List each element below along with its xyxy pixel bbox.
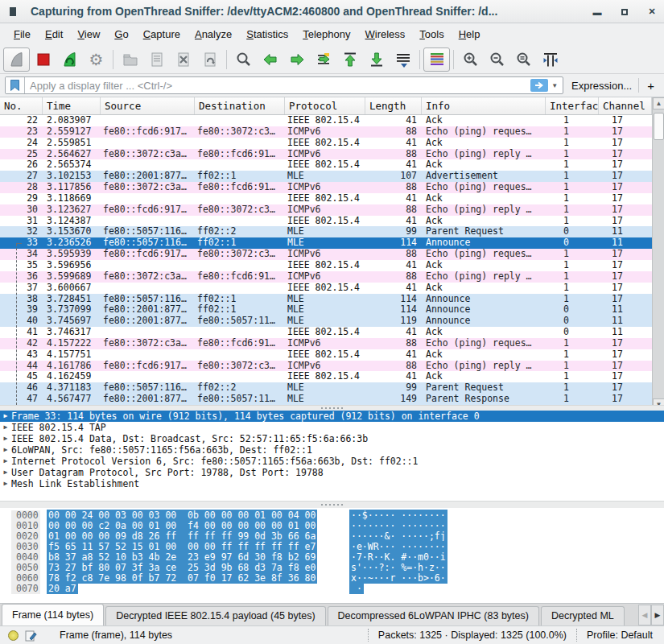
list-details-splitter[interactable] bbox=[0, 405, 664, 411]
packet-row[interactable]: 333.236526fe80::5057:116…ff02::1MLE114An… bbox=[0, 237, 652, 249]
expand-arrow-icon[interactable]: ▶ bbox=[0, 467, 11, 478]
hex-row[interactable]: 006078 f2 c8 7e 98 0f b7 72 07 f0 17 62 … bbox=[0, 573, 664, 584]
column-header-info[interactable]: Info bbox=[422, 97, 546, 114]
byte-tab[interactable]: Decrypted ML bbox=[541, 606, 625, 625]
detail-line[interactable]: ▶IEEE 802.15.4 TAP bbox=[0, 422, 664, 433]
zoom-in-icon[interactable] bbox=[457, 47, 484, 72]
apply-filter-icon[interactable] bbox=[530, 79, 548, 92]
expand-arrow-icon[interactable]: ▶ bbox=[0, 444, 11, 456]
column-header-no-[interactable]: No. bbox=[0, 97, 43, 114]
detail-line[interactable]: ▶User Datagram Protocol, Src Port: 19788… bbox=[0, 467, 664, 478]
capture-options-icon[interactable]: ⚙ bbox=[83, 47, 109, 72]
packet-row[interactable]: 252.564627fe80::3072:c3a…fe80::fcd6:91…I… bbox=[0, 149, 652, 160]
go-first-icon[interactable] bbox=[336, 47, 363, 72]
packet-row[interactable]: 434.157751IEEE 802.15.441Ack117 bbox=[0, 349, 652, 361]
expert-info-icon[interactable] bbox=[8, 630, 19, 641]
detail-line[interactable]: ▶6LoWPAN, Src: fe80::5057:1165:f56a:663b… bbox=[0, 444, 664, 456]
menu-file[interactable]: File bbox=[6, 26, 38, 43]
menu-go[interactable]: Go bbox=[107, 26, 135, 43]
byte-tab[interactable]: Decrypted IEEE 802.15.4 payload (45 byte… bbox=[105, 606, 325, 625]
expression-button[interactable]: Expression... bbox=[571, 80, 632, 92]
packet-row[interactable]: 444.161786fe80::fcd6:917…fe80::3072:c3…I… bbox=[0, 361, 652, 372]
expand-arrow-icon[interactable]: ▶ bbox=[0, 411, 11, 422]
packet-row[interactable]: 393.737099fe80::2001:877…ff02::1MLE114An… bbox=[0, 304, 652, 316]
column-header-protocol[interactable]: Protocol bbox=[285, 97, 365, 114]
packet-row[interactable]: 373.600667IEEE 802.15.441Ack117 bbox=[0, 283, 652, 294]
filter-bookmark-icon[interactable] bbox=[6, 76, 25, 94]
detail-line[interactable]: ▶Frame 33: 114 bytes on wire (912 bits),… bbox=[0, 411, 664, 422]
open-file-icon[interactable] bbox=[117, 47, 143, 72]
go-back-icon[interactable] bbox=[257, 47, 283, 72]
expand-arrow-icon[interactable]: ▶ bbox=[0, 433, 11, 444]
go-to-packet-icon[interactable] bbox=[310, 47, 336, 72]
byte-tab[interactable]: Decompressed 6LoWPAN IPHC (83 bytes) bbox=[328, 606, 539, 625]
packet-row[interactable]: 313.124387IEEE 802.15.441Ack117 bbox=[0, 216, 652, 227]
menu-edit[interactable]: Edit bbox=[38, 26, 70, 43]
byte-tab[interactable]: Frame (114 bytes) bbox=[2, 604, 104, 625]
go-forward-icon[interactable] bbox=[283, 47, 310, 72]
expand-arrow-icon[interactable]: ▶ bbox=[0, 422, 11, 433]
reload-file-icon[interactable] bbox=[196, 47, 223, 72]
capture-comment-icon[interactable] bbox=[25, 630, 37, 642]
menu-tools[interactable]: Tools bbox=[412, 26, 451, 43]
status-profile[interactable]: Profile: Default bbox=[576, 629, 664, 642]
packet-row[interactable]: 424.157222fe80::3072:c3a…fe80::fcd6:91…I… bbox=[0, 338, 652, 349]
start-capture-icon[interactable] bbox=[3, 47, 30, 72]
packet-list-scrollbar[interactable]: ▲ ▼ bbox=[652, 97, 664, 411]
packet-row[interactable]: 242.559851IEEE 802.15.441Ack117 bbox=[0, 138, 652, 149]
add-filter-button[interactable]: + bbox=[647, 79, 654, 93]
packet-row[interactable]: 323.153670fe80::5057:116…ff02::2MLE99Par… bbox=[0, 226, 652, 237]
hex-row[interactable]: 007020 a7 · bbox=[0, 584, 664, 594]
tabs-scroll-right-icon[interactable]: ▶ bbox=[651, 605, 664, 625]
scrollbar-thumb[interactable] bbox=[654, 113, 664, 140]
packet-row[interactable]: 293.118669IEEE 802.15.441Ack117 bbox=[0, 193, 652, 204]
zoom-original-icon[interactable] bbox=[510, 47, 537, 72]
column-header-time[interactable]: Time bbox=[43, 97, 101, 114]
column-header-destination[interactable]: Destination bbox=[195, 97, 285, 114]
menu-analyze[interactable]: Analyze bbox=[188, 26, 239, 43]
find-packet-icon[interactable] bbox=[230, 47, 257, 72]
menu-statistics[interactable]: Statistics bbox=[239, 26, 295, 43]
packet-row[interactable]: 222.083907IEEE 802.15.441Ack117 bbox=[0, 115, 652, 126]
close-icon[interactable]: ✕ bbox=[646, 6, 658, 18]
expand-arrow-icon[interactable]: ▶ bbox=[0, 478, 11, 489]
minimize-icon[interactable]: ▬ bbox=[592, 6, 603, 18]
zoom-out-icon[interactable] bbox=[484, 47, 510, 72]
detail-line[interactable]: ▶Mesh Link Establishment bbox=[0, 478, 664, 489]
packet-row[interactable]: 363.599689fe80::3072:c3a…fe80::fcd6:91…I… bbox=[0, 271, 652, 283]
packet-row[interactable]: 283.117856fe80::3072:c3a…fe80::fcd6:91…I… bbox=[0, 182, 652, 193]
restart-capture-icon[interactable] bbox=[56, 47, 83, 72]
column-header-length[interactable]: Length bbox=[365, 97, 422, 114]
detail-line[interactable]: ▶Internet Protocol Version 6, Src: fe80:… bbox=[0, 456, 664, 467]
packet-row[interactable]: 403.745697fe80::2001:877…fe80::5057:11…M… bbox=[0, 316, 652, 327]
go-last-icon[interactable] bbox=[363, 47, 390, 72]
filter-dropdown-icon[interactable]: ▼ bbox=[550, 82, 563, 89]
menu-wireless[interactable]: Wireless bbox=[358, 26, 413, 43]
column-header-source[interactable]: Source bbox=[101, 97, 195, 114]
packet-row[interactable]: 464.371183fe80::5057:116…ff02::2MLE99Par… bbox=[0, 382, 652, 394]
packet-row[interactable]: 454.162459IEEE 802.15.441Ack117 bbox=[0, 371, 652, 382]
packet-row[interactable]: 413.746317IEEE 802.15.441Ack011 bbox=[0, 327, 652, 338]
packet-row[interactable]: 343.595939fe80::fcd6:917…fe80::3072:c3…I… bbox=[0, 249, 652, 260]
scroll-up-icon[interactable]: ▲ bbox=[653, 97, 664, 109]
packet-row[interactable]: 383.728451fe80::5057:116…ff02::1MLE114An… bbox=[0, 294, 652, 305]
display-filter-input[interactable] bbox=[25, 80, 530, 92]
packet-row[interactable]: 273.102153fe80::2001:877…ff02::1MLE107Ad… bbox=[0, 171, 652, 182]
packet-row[interactable]: 303.123627fe80::fcd6:917…fe80::3072:c3…I… bbox=[0, 204, 652, 216]
details-bytes-splitter[interactable] bbox=[0, 501, 664, 508]
packet-row[interactable]: 232.559127fe80::fcd6:917…fe80::3072:c3…I… bbox=[0, 126, 652, 138]
column-header-interface-id[interactable]: Interface ID bbox=[546, 97, 599, 114]
auto-scroll-icon[interactable] bbox=[390, 47, 416, 72]
detail-line[interactable]: ▶IEEE 802.15.4 Data, Dst: Broadcast, Src… bbox=[0, 433, 664, 444]
stop-capture-icon[interactable] bbox=[30, 47, 56, 72]
packet-row[interactable]: 353.596956IEEE 802.15.441Ack117 bbox=[0, 260, 652, 271]
tabs-scroll-left-icon[interactable]: ◀ bbox=[638, 605, 651, 625]
close-file-icon[interactable] bbox=[170, 47, 196, 72]
menu-capture[interactable]: Capture bbox=[136, 26, 188, 43]
expand-arrow-icon[interactable]: ▶ bbox=[0, 456, 11, 467]
packet-row[interactable]: 474.567477fe80::2001:877…fe80::5057:11…M… bbox=[0, 394, 652, 405]
menu-help[interactable]: Help bbox=[452, 26, 488, 43]
menu-view[interactable]: View bbox=[70, 26, 107, 43]
menu-telephony[interactable]: Telephony bbox=[295, 26, 357, 43]
column-header-channel[interactable]: Channel bbox=[599, 97, 652, 114]
